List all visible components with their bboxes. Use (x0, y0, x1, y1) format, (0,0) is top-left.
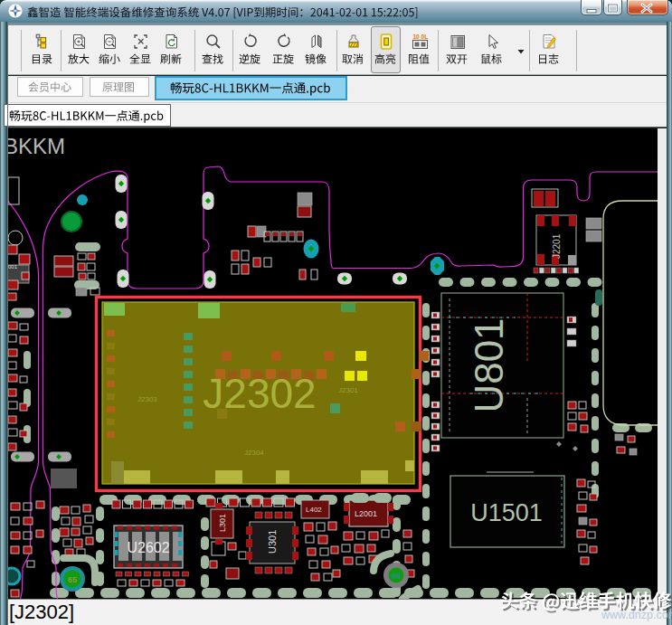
svg-text:BKKM: BKKM (7, 134, 65, 158)
svg-text:U301: U301 (267, 530, 278, 554)
svg-text:66: 66 (392, 572, 401, 581)
svg-text:J2302: J2302 (203, 370, 316, 417)
svg-text:L2001: L2001 (355, 509, 377, 518)
svg-text:65: 65 (68, 575, 77, 584)
svg-text:U1501: U1501 (470, 499, 543, 526)
svg-text:J2301: J2301 (338, 386, 358, 394)
svg-text:U2602: U2602 (127, 540, 169, 555)
svg-text:L301: L301 (218, 514, 227, 532)
svg-text:L402: L402 (306, 506, 322, 514)
svg-text:10 0L: 10 0L (413, 33, 429, 40)
svg-text:J2304: J2304 (244, 449, 264, 457)
svg-text:001: 001 (8, 264, 18, 270)
svg-text:U801: U801 (467, 317, 511, 412)
svg-text:J2201: J2201 (552, 233, 562, 259)
svg-text:J2303: J2303 (137, 395, 157, 403)
